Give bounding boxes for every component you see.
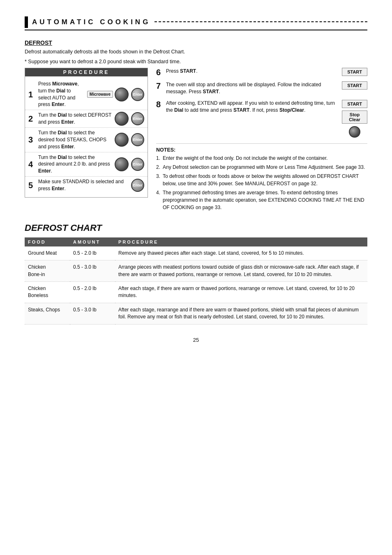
defrost-intro1: Defrost automatically defrosts all the f… bbox=[25, 48, 367, 56]
right-step-8: 8 After cooking, EXTEND will appear. If … bbox=[156, 100, 367, 138]
proc-step-5: 5 Make sure STANDARD is selected and pre… bbox=[25, 177, 148, 194]
procedure-header: PROCEDURE bbox=[25, 68, 148, 76]
step-text-3: Turn the Dial to select the desired food… bbox=[38, 129, 112, 150]
table-cell-procedure: Remove any thawed pieces after each stag… bbox=[115, 246, 367, 260]
table-cell-amount: 0.5 - 2.0 lb bbox=[70, 281, 115, 303]
table-cell-food: Ground Meat bbox=[25, 246, 70, 260]
enter-button-3: Enter bbox=[131, 133, 144, 146]
right-step-text-8: After cooking, EXTEND will appear. If yo… bbox=[166, 100, 339, 114]
left-column: PROCEDURE 1 Press Microwave, turn the Di… bbox=[25, 68, 148, 213]
defrost-content: PROCEDURE 1 Press Microwave, turn the Di… bbox=[25, 68, 367, 213]
notes-section: NOTES: Enter the weight of the food only… bbox=[156, 143, 367, 211]
step-number-3: 3 bbox=[28, 136, 36, 144]
chart-title: DEFROST CHART bbox=[25, 223, 367, 233]
right-step-7: 7 The oven will stop and directions will… bbox=[156, 81, 367, 96]
table-cell-food: ChickenBoneless bbox=[25, 281, 70, 303]
dial-icon-2 bbox=[115, 112, 129, 126]
step-icons-2 bbox=[115, 112, 129, 126]
enter-button-1: Enter bbox=[131, 88, 144, 101]
table-cell-procedure: After each stage, rearrange and if there… bbox=[115, 303, 367, 324]
col-header-procedure: PROCEDURE bbox=[115, 237, 367, 246]
table-cell-procedure: After each stage, if there are warm or t… bbox=[115, 281, 367, 303]
proc-step-4: 4 Turn the Dial to select the desired am… bbox=[25, 152, 148, 177]
step-text-1: Press Microwave, turn the Dial to select… bbox=[38, 81, 85, 108]
notes-title: NOTES: bbox=[156, 147, 367, 153]
right-step-number-7: 7 bbox=[156, 81, 164, 91]
title-accent bbox=[25, 16, 28, 28]
step-number-4: 4 bbox=[28, 160, 36, 168]
col-header-food: FOOD bbox=[25, 237, 70, 246]
right-step-7-content: 7 The oven will stop and directions will… bbox=[156, 81, 339, 96]
right-step-text-7: The oven will stop and directions will b… bbox=[166, 81, 339, 96]
microwave-button-icon: Microwave bbox=[87, 91, 113, 98]
start-button-7: START bbox=[342, 81, 367, 90]
table-cell-amount: 0.5 - 3.0 lb bbox=[70, 303, 115, 324]
defrost-section-title: DEFROST bbox=[25, 39, 367, 46]
proc-step-1: 1 Press Microwave, turn the Dial to sele… bbox=[25, 79, 148, 110]
step-text-5: Make sure STANDARD is selected and press… bbox=[38, 178, 126, 192]
right-step-8-content: 8 After cooking, EXTEND will appear. If … bbox=[156, 100, 339, 114]
defrost-intro2: * Suppose you want to defrost a 2.0 poun… bbox=[25, 58, 367, 66]
note-1: Enter the weight of the food only. Do no… bbox=[156, 154, 367, 162]
page-title-bar: AUTOMATIC COOKING bbox=[25, 16, 367, 30]
procedure-box: PROCEDURE 1 Press Microwave, turn the Di… bbox=[25, 68, 148, 198]
enter-button-4: Enter bbox=[131, 158, 144, 171]
step-icons-3 bbox=[115, 133, 129, 147]
step-number-5: 5 bbox=[28, 181, 36, 189]
page-number: 25 bbox=[25, 337, 367, 343]
col-header-amount: AMOUNT bbox=[70, 237, 115, 246]
table-cell-food: ChickenBone-in bbox=[25, 260, 70, 282]
start-button-6: START bbox=[342, 68, 367, 76]
dial-icon-1 bbox=[115, 88, 129, 101]
right-step-text-6: Press START. bbox=[166, 68, 339, 75]
table-header: FOOD AMOUNT PROCEDURE bbox=[25, 237, 367, 246]
page-title: AUTOMATIC COOKING bbox=[32, 18, 150, 26]
step-text-2: Turn the Dial to select DEFROST and pres… bbox=[38, 112, 112, 126]
step-8-buttons: START StopClear bbox=[342, 100, 367, 138]
dial-icon-4 bbox=[115, 157, 129, 171]
start-button-8: START bbox=[342, 100, 367, 108]
table-cell-amount: 0.5 - 2.0 lb bbox=[70, 246, 115, 260]
table-cell-procedure: Arrange pieces with meatiest portions to… bbox=[115, 260, 367, 282]
table-row: ChickenBone-in0.5 - 3.0 lbArrange pieces… bbox=[25, 260, 367, 282]
stop-clear-button: StopClear bbox=[342, 111, 367, 124]
defrost-table: FOOD AMOUNT PROCEDURE Ground Meat0.5 - 2… bbox=[25, 237, 367, 325]
table-row: Ground Meat0.5 - 2.0 lbRemove any thawed… bbox=[25, 246, 367, 260]
enter-button-5: Enter bbox=[131, 179, 144, 192]
note-2: Any Defrost selection can be programmed … bbox=[156, 164, 367, 171]
table-body: Ground Meat0.5 - 2.0 lbRemove any thawed… bbox=[25, 246, 367, 324]
right-column: 6 Press START. START 7 The oven will sto… bbox=[156, 68, 367, 213]
dial-icon-3 bbox=[115, 133, 129, 147]
title-dashes bbox=[154, 21, 367, 22]
table-cell-food: Steaks, Chops bbox=[25, 303, 70, 324]
right-step-number-8: 8 bbox=[156, 100, 164, 109]
enter-button-2: Enter bbox=[131, 112, 144, 125]
table-cell-amount: 0.5 - 3.0 lb bbox=[70, 260, 115, 282]
step-icons-1: Microwave bbox=[87, 88, 129, 101]
right-step-6-content: 6 Press START. bbox=[156, 68, 339, 77]
table-header-row: FOOD AMOUNT PROCEDURE bbox=[25, 237, 367, 246]
note-4: The programmed defrosting times are aver… bbox=[156, 189, 367, 211]
proc-step-2: 2 Turn the Dial to select DEFROST and pr… bbox=[25, 110, 148, 128]
right-step-6: 6 Press START. START bbox=[156, 68, 367, 77]
step-icons-4 bbox=[115, 157, 129, 171]
step-number-1: 1 bbox=[28, 90, 36, 99]
notes-list: Enter the weight of the food only. Do no… bbox=[156, 154, 367, 211]
dial-icon-8 bbox=[349, 126, 360, 138]
step-number-2: 2 bbox=[28, 115, 36, 123]
step-text-4: Turn the Dial to select the desired amou… bbox=[38, 154, 112, 175]
table-row: ChickenBoneless0.5 - 2.0 lbAfter each st… bbox=[25, 281, 367, 303]
note-3: To defrost other foods or foods above or… bbox=[156, 173, 367, 187]
proc-step-3: 3 Turn the Dial to select the desired fo… bbox=[25, 128, 148, 152]
table-row: Steaks, Chops0.5 - 3.0 lbAfter each stag… bbox=[25, 303, 367, 324]
right-step-number-6: 6 bbox=[156, 68, 164, 77]
